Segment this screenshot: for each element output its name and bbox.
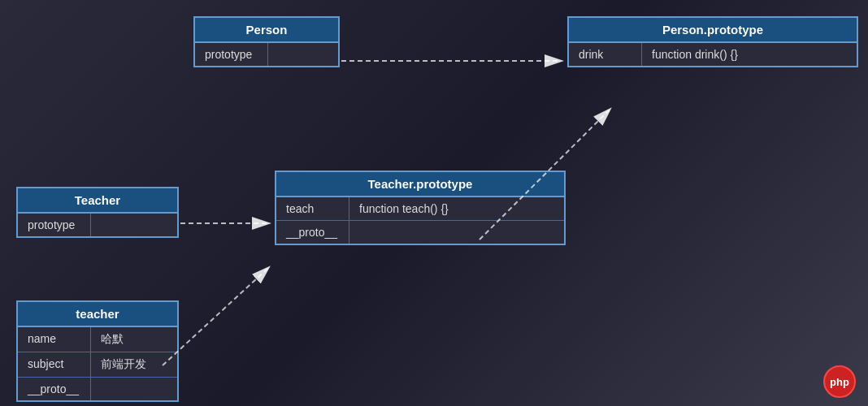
teacher-prototype-title: Teacher.prototype — [276, 172, 564, 197]
person-box: Person prototype — [193, 16, 340, 67]
person-prototype-label: prototype — [195, 43, 268, 66]
person-prototype-box: Person.prototype drink function drink() … — [567, 16, 858, 67]
teacher-prototype-box: Teacher.prototype teach function teach()… — [275, 171, 566, 245]
teacher-instance-box: teacher name 哈默 subject 前端开发 __proto__ — [16, 300, 179, 402]
drink-value: function drink() {} — [642, 43, 748, 66]
person-prototype-title: Person.prototype — [569, 18, 857, 43]
teacher-instance-proto-value — [91, 378, 189, 400]
teacher-proto-label: __proto__ — [276, 221, 349, 244]
drink-label: drink — [569, 43, 642, 66]
teacher-name-row: name 哈默 — [18, 327, 177, 352]
teach-row: teach function teach() {} — [276, 197, 564, 221]
teacher-prototype-row: prototype — [18, 214, 177, 236]
teacher-title: Teacher — [18, 188, 177, 214]
teacher-prototype-label: prototype — [18, 214, 91, 236]
teacher-subject-value: 前端开发 — [91, 352, 189, 377]
teacher-name-value: 哈默 — [91, 327, 189, 352]
teacher-proto-row: __proto__ — [276, 221, 564, 244]
teacher-name-label: name — [18, 327, 91, 352]
teacher-subject-label: subject — [18, 352, 91, 377]
teacher-instance-title: teacher — [18, 302, 177, 327]
teacher-prototype-value — [91, 214, 189, 236]
teacher-box: Teacher prototype — [16, 187, 179, 238]
person-prototype-drink-row: drink function drink() {} — [569, 43, 857, 66]
teach-value: function teach() {} — [349, 197, 458, 220]
person-prototype-row: prototype — [195, 43, 338, 66]
teacher-proto-value — [349, 221, 447, 244]
person-title: Person — [195, 18, 338, 43]
php-badge: php — [823, 365, 856, 398]
teacher-instance-proto-row: __proto__ — [18, 378, 177, 400]
person-prototype-value — [268, 43, 366, 66]
teacher-instance-proto-label: __proto__ — [18, 378, 91, 400]
teach-label: teach — [276, 197, 349, 220]
teacher-subject-row: subject 前端开发 — [18, 352, 177, 378]
